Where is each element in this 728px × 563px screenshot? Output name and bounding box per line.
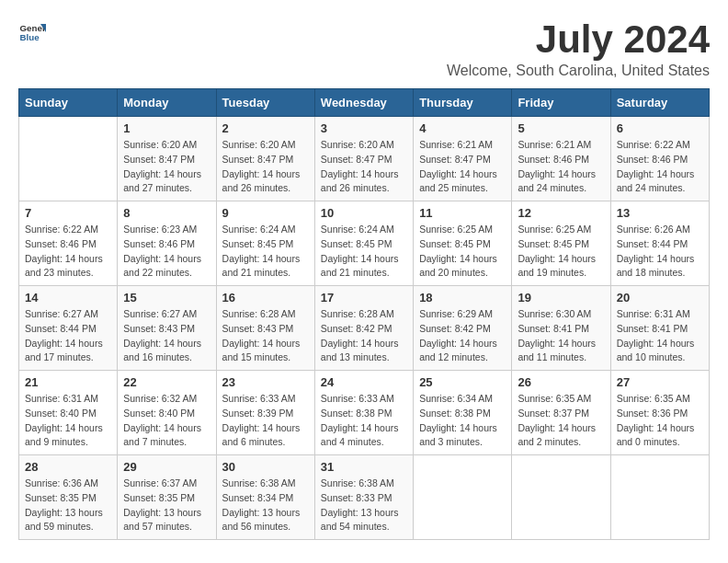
table-cell: 25Sunrise: 6:34 AMSunset: 8:38 PMDayligh…	[414, 371, 512, 455]
week-row-5: 28Sunrise: 6:36 AMSunset: 8:35 PMDayligh…	[19, 455, 710, 540]
table-cell: 27Sunrise: 6:35 AMSunset: 8:36 PMDayligh…	[610, 371, 709, 455]
day-number: 13	[617, 206, 703, 220]
day-number: 1	[123, 121, 210, 135]
day-number: 21	[25, 375, 111, 389]
calendar: SundayMondayTuesdayWednesdayThursdayFrid…	[18, 88, 710, 540]
day-number: 26	[518, 375, 604, 389]
day-info: Sunrise: 6:33 AMSunset: 8:39 PMDaylight:…	[222, 392, 309, 450]
day-number: 16	[222, 291, 309, 304]
day-info: Sunrise: 6:29 AMSunset: 8:42 PMDaylight:…	[419, 307, 506, 365]
day-number: 31	[321, 460, 407, 474]
day-info: Sunrise: 6:38 AMSunset: 8:34 PMDaylight:…	[222, 477, 309, 534]
table-cell: 2Sunrise: 6:20 AMSunset: 8:47 PMDaylight…	[216, 117, 314, 201]
table-cell: 10Sunrise: 6:24 AMSunset: 8:45 PMDayligh…	[314, 201, 413, 286]
day-info: Sunrise: 6:24 AMSunset: 8:45 PMDaylight:…	[222, 223, 309, 281]
col-header-saturday: Saturday	[610, 89, 709, 117]
col-header-thursday: Thursday	[414, 89, 512, 117]
table-cell: 24Sunrise: 6:33 AMSunset: 8:38 PMDayligh…	[314, 371, 413, 455]
header: General Blue July 2024 Welcome, South Ca…	[18, 18, 710, 79]
day-number: 20	[617, 291, 703, 304]
day-number: 27	[617, 375, 703, 389]
table-cell	[414, 455, 512, 540]
table-cell	[610, 455, 709, 540]
table-cell: 14Sunrise: 6:27 AMSunset: 8:44 PMDayligh…	[19, 286, 118, 371]
logo-icon: General Blue	[18, 18, 46, 46]
day-info: Sunrise: 6:23 AMSunset: 8:46 PMDaylight:…	[123, 223, 210, 281]
table-cell: 9Sunrise: 6:24 AMSunset: 8:45 PMDaylight…	[216, 201, 314, 286]
table-cell: 26Sunrise: 6:35 AMSunset: 8:37 PMDayligh…	[512, 371, 610, 455]
day-number: 29	[123, 460, 210, 474]
day-info: Sunrise: 6:21 AMSunset: 8:47 PMDaylight:…	[419, 138, 506, 196]
table-cell	[512, 455, 610, 540]
week-row-1: 1Sunrise: 6:20 AMSunset: 8:47 PMDaylight…	[19, 117, 710, 201]
col-header-friday: Friday	[512, 89, 610, 117]
table-cell: 29Sunrise: 6:37 AMSunset: 8:35 PMDayligh…	[118, 455, 216, 540]
day-info: Sunrise: 6:21 AMSunset: 8:46 PMDaylight:…	[518, 138, 604, 196]
day-number: 19	[518, 291, 604, 304]
week-row-3: 14Sunrise: 6:27 AMSunset: 8:44 PMDayligh…	[19, 286, 710, 371]
week-row-2: 7Sunrise: 6:22 AMSunset: 8:46 PMDaylight…	[19, 201, 710, 286]
table-cell: 19Sunrise: 6:30 AMSunset: 8:41 PMDayligh…	[512, 286, 610, 371]
svg-text:Blue: Blue	[20, 32, 40, 42]
day-info: Sunrise: 6:28 AMSunset: 8:43 PMDaylight:…	[222, 307, 309, 365]
day-info: Sunrise: 6:26 AMSunset: 8:44 PMDaylight:…	[617, 223, 703, 281]
table-cell: 16Sunrise: 6:28 AMSunset: 8:43 PMDayligh…	[216, 286, 314, 371]
day-info: Sunrise: 6:27 AMSunset: 8:43 PMDaylight:…	[123, 307, 210, 365]
day-number: 22	[123, 375, 210, 389]
day-info: Sunrise: 6:30 AMSunset: 8:41 PMDaylight:…	[518, 307, 604, 365]
table-cell: 8Sunrise: 6:23 AMSunset: 8:46 PMDaylight…	[118, 201, 216, 286]
table-cell: 31Sunrise: 6:38 AMSunset: 8:33 PMDayligh…	[314, 455, 413, 540]
day-info: Sunrise: 6:22 AMSunset: 8:46 PMDaylight:…	[617, 138, 703, 196]
day-info: Sunrise: 6:22 AMSunset: 8:46 PMDaylight:…	[25, 223, 111, 281]
table-cell: 28Sunrise: 6:36 AMSunset: 8:35 PMDayligh…	[19, 455, 118, 540]
table-cell: 17Sunrise: 6:28 AMSunset: 8:42 PMDayligh…	[314, 286, 413, 371]
table-cell: 15Sunrise: 6:27 AMSunset: 8:43 PMDayligh…	[118, 286, 216, 371]
day-number: 3	[321, 121, 407, 135]
day-info: Sunrise: 6:33 AMSunset: 8:38 PMDaylight:…	[321, 392, 407, 450]
col-header-monday: Monday	[118, 89, 216, 117]
table-cell: 30Sunrise: 6:38 AMSunset: 8:34 PMDayligh…	[216, 455, 314, 540]
day-info: Sunrise: 6:34 AMSunset: 8:38 PMDaylight:…	[419, 392, 506, 450]
day-number: 8	[123, 206, 210, 220]
title-section: July 2024 Welcome, South Carolina, Unite…	[447, 18, 710, 79]
calendar-body: 1Sunrise: 6:20 AMSunset: 8:47 PMDaylight…	[19, 117, 710, 540]
main-title: July 2024	[447, 18, 710, 61]
day-info: Sunrise: 6:31 AMSunset: 8:41 PMDaylight:…	[617, 307, 703, 365]
day-info: Sunrise: 6:28 AMSunset: 8:42 PMDaylight:…	[321, 307, 407, 365]
day-number: 24	[321, 375, 407, 389]
day-info: Sunrise: 6:20 AMSunset: 8:47 PMDaylight:…	[321, 138, 407, 196]
day-info: Sunrise: 6:35 AMSunset: 8:37 PMDaylight:…	[518, 392, 604, 450]
day-number: 9	[222, 206, 309, 220]
day-info: Sunrise: 6:32 AMSunset: 8:40 PMDaylight:…	[123, 392, 210, 450]
day-info: Sunrise: 6:25 AMSunset: 8:45 PMDaylight:…	[518, 223, 604, 281]
days-of-week-row: SundayMondayTuesdayWednesdayThursdayFrid…	[19, 89, 710, 117]
table-cell: 6Sunrise: 6:22 AMSunset: 8:46 PMDaylight…	[610, 117, 709, 201]
day-number: 14	[25, 291, 111, 304]
day-info: Sunrise: 6:25 AMSunset: 8:45 PMDaylight:…	[419, 223, 506, 281]
day-number: 25	[419, 375, 506, 389]
day-number: 2	[222, 121, 309, 135]
table-cell: 22Sunrise: 6:32 AMSunset: 8:40 PMDayligh…	[118, 371, 216, 455]
logo: General Blue	[18, 18, 46, 46]
table-cell: 4Sunrise: 6:21 AMSunset: 8:47 PMDaylight…	[414, 117, 512, 201]
day-info: Sunrise: 6:24 AMSunset: 8:45 PMDaylight:…	[321, 223, 407, 281]
table-cell: 20Sunrise: 6:31 AMSunset: 8:41 PMDayligh…	[610, 286, 709, 371]
calendar-header: SundayMondayTuesdayWednesdayThursdayFrid…	[19, 89, 710, 117]
day-info: Sunrise: 6:38 AMSunset: 8:33 PMDaylight:…	[321, 477, 407, 534]
day-number: 30	[222, 460, 309, 474]
table-cell: 3Sunrise: 6:20 AMSunset: 8:47 PMDaylight…	[314, 117, 413, 201]
subtitle: Welcome, South Carolina, United States	[447, 63, 710, 79]
day-number: 6	[617, 121, 703, 135]
day-number: 10	[321, 206, 407, 220]
day-number: 23	[222, 375, 309, 389]
col-header-sunday: Sunday	[19, 89, 118, 117]
day-number: 12	[518, 206, 604, 220]
day-info: Sunrise: 6:31 AMSunset: 8:40 PMDaylight:…	[25, 392, 111, 450]
col-header-tuesday: Tuesday	[216, 89, 314, 117]
day-number: 18	[419, 291, 506, 304]
day-info: Sunrise: 6:20 AMSunset: 8:47 PMDaylight:…	[222, 138, 309, 196]
table-cell	[19, 117, 118, 201]
day-number: 4	[419, 121, 506, 135]
day-number: 7	[25, 206, 111, 220]
day-number: 15	[123, 291, 210, 304]
